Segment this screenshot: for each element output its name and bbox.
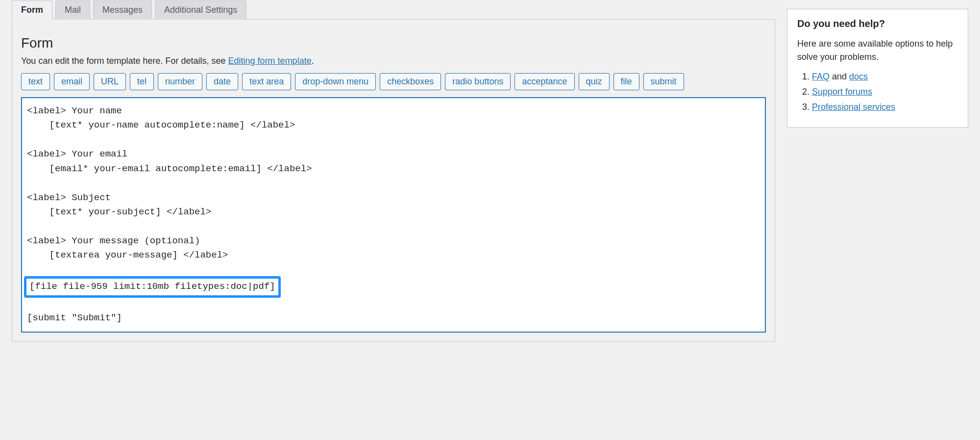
tag-number-button[interactable]: number <box>158 73 202 90</box>
help-item-faq: FAQ and docs <box>812 72 958 82</box>
tag-date-button[interactable]: date <box>206 73 238 90</box>
form-template-editor[interactable]: <label> Your name [text* your-name autoc… <box>21 97 766 333</box>
help-box: Do you need help? Here are some availabl… <box>787 9 968 128</box>
tag-quiz-button[interactable]: quiz <box>579 73 610 90</box>
tab-additional-settings[interactable]: Additional Settings <box>155 0 246 20</box>
tag-checkboxes-button[interactable]: checkboxes <box>380 73 441 90</box>
section-description: You can edit the form template here. For… <box>21 56 766 66</box>
editor-tabs: Form Mail Messages Additional Settings <box>12 0 775 20</box>
tab-messages[interactable]: Messages <box>93 0 152 20</box>
link-professional-services[interactable]: Professional services <box>812 102 895 112</box>
tag-submit-button[interactable]: submit <box>643 73 684 90</box>
tag-acceptance-button[interactable]: acceptance <box>514 73 574 90</box>
help-list: FAQ and docs Support forums Professional… <box>797 72 958 112</box>
help-title: Do you need help? <box>797 18 958 29</box>
tag-tel-button[interactable]: tel <box>130 73 154 90</box>
tag-text-button[interactable]: text <box>21 73 50 90</box>
tag-dropdown-button[interactable]: drop-down menu <box>295 73 376 90</box>
help-item-pro: Professional services <box>812 102 958 112</box>
help-item-forums: Support forums <box>812 87 958 97</box>
section-title: Form <box>21 35 766 51</box>
tag-email-button[interactable]: email <box>54 73 90 90</box>
link-editing-form-template[interactable]: Editing form template <box>228 56 312 66</box>
tag-url-button[interactable]: URL <box>94 73 126 90</box>
link-docs[interactable]: docs <box>849 72 868 81</box>
tag-radio-button[interactable]: radio buttons <box>445 73 511 90</box>
link-faq[interactable]: FAQ <box>812 72 830 81</box>
tag-file-button[interactable]: file <box>613 73 639 90</box>
tag-button-row: text email URL tel number date text area… <box>21 73 766 90</box>
highlighted-file-tag: [file file-959 limit:10mb filetypes:doc|… <box>24 276 281 297</box>
tab-form[interactable]: Form <box>12 0 52 20</box>
tag-textarea-button[interactable]: text area <box>242 73 291 90</box>
form-panel: Form You can edit the form template here… <box>12 19 775 342</box>
link-support-forums[interactable]: Support forums <box>812 87 872 97</box>
help-intro: Here are some available options to help … <box>797 37 958 64</box>
tab-mail[interactable]: Mail <box>55 0 90 20</box>
